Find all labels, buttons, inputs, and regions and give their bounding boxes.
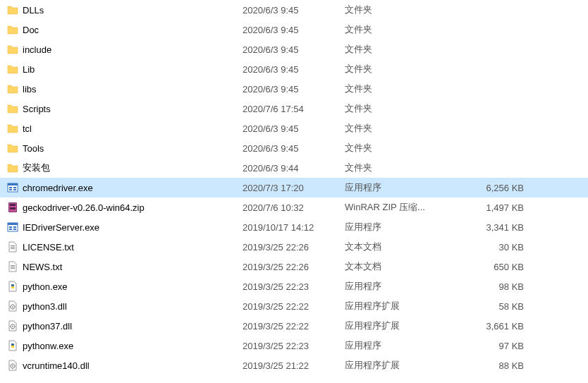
- file-type-cell: 应用程序: [345, 280, 465, 293]
- file-row[interactable]: python.exe2019/3/25 22:23应用程序98 KB: [0, 276, 588, 296]
- file-name-cell[interactable]: 安装包: [7, 162, 243, 174]
- file-name-label: pythonw.exe: [23, 341, 73, 351]
- file-name-cell[interactable]: vcruntime140.dll: [7, 360, 243, 371]
- file-date-cell: 2020/6/3 9:45: [243, 84, 345, 95]
- file-date-cell: 2019/3/25 22:22: [243, 301, 345, 312]
- file-row[interactable]: Tools2020/6/3 9:45文件夹: [0, 138, 588, 158]
- file-name-cell[interactable]: python3.dll: [7, 300, 243, 312]
- file-type-cell: 应用程序: [345, 181, 465, 194]
- file-row[interactable]: libs2020/6/3 9:45文件夹: [0, 79, 588, 99]
- svg-rect-16: [11, 245, 15, 246]
- folder-icon: [7, 103, 18, 114]
- file-name-cell[interactable]: NEWS.txt: [7, 261, 243, 272]
- svg-rect-1: [8, 183, 18, 186]
- file-size-cell: 58 KB: [465, 301, 535, 312]
- file-date-cell: 2020/6/3 9:45: [243, 25, 345, 35]
- file-name-cell[interactable]: chromedriver.exe: [7, 182, 243, 193]
- file-name-label: 安装包: [23, 162, 50, 174]
- file-row[interactable]: python37.dll2019/3/25 22:22应用程序扩展3,661 K…: [0, 316, 588, 336]
- file-name-label: vcruntime140.dll: [23, 360, 90, 371]
- file-date-cell: 2020/7/6 10:32: [243, 202, 345, 213]
- file-name-label: python37.dll: [23, 321, 72, 332]
- file-name-cell[interactable]: Scripts: [7, 103, 243, 114]
- file-type-cell: 文本文档: [345, 260, 465, 273]
- svg-rect-14: [9, 229, 12, 230]
- app-window-icon: [7, 182, 18, 193]
- file-name-cell[interactable]: LICENSE.txt: [7, 241, 243, 253]
- svg-rect-20: [11, 267, 15, 267]
- folder-icon: [7, 142, 18, 154]
- file-date-cell: 2019/3/25 22:22: [243, 321, 345, 332]
- file-name-cell[interactable]: python.exe: [7, 281, 243, 292]
- file-name-label: geckodriver-v0.26.0-win64.zip: [23, 202, 145, 213]
- file-row[interactable]: Scripts2020/7/6 17:54文件夹: [0, 99, 588, 118]
- python-file-icon: [7, 340, 18, 351]
- file-size-cell: 98 KB: [465, 281, 535, 292]
- file-name-label: tcl: [23, 123, 32, 134]
- file-row[interactable]: python3.dll2019/3/25 22:22应用程序扩展58 KB: [0, 296, 588, 316]
- file-row[interactable]: pythonw.exe2019/3/25 22:23应用程序97 KB: [0, 336, 588, 355]
- file-row[interactable]: Lib2020/6/3 9:45文件夹: [0, 59, 588, 79]
- file-name-cell[interactable]: tcl: [7, 123, 243, 134]
- file-type-cell: 文件夹: [345, 102, 465, 115]
- file-date-cell: 2020/6/3 9:45: [243, 143, 345, 154]
- file-size-cell: 1,497 KB: [465, 202, 535, 213]
- file-row[interactable]: include2020/6/3 9:45文件夹: [0, 39, 588, 59]
- file-row[interactable]: chromedriver.exe2020/7/3 17:20应用程序6,256 …: [0, 178, 588, 197]
- file-date-cell: 2019/3/25 22:23: [243, 281, 345, 292]
- file-date-cell: 2020/6/3 9:45: [243, 123, 345, 134]
- file-name-cell[interactable]: Tools: [7, 142, 243, 154]
- file-date-cell: 2020/7/3 17:20: [243, 183, 345, 193]
- file-row[interactable]: NEWS.txt2019/3/25 22:26文本文档650 KB: [0, 257, 588, 276]
- file-name-label: DLLs: [23, 5, 44, 16]
- dll-file-icon: [7, 320, 18, 332]
- file-name-cell[interactable]: include: [7, 44, 243, 55]
- file-name-label: python3.dll: [23, 301, 67, 312]
- file-type-cell: 文件夹: [345, 63, 465, 75]
- svg-rect-2: [9, 187, 12, 188]
- file-type-cell: 文件夹: [345, 43, 465, 56]
- folder-icon: [7, 4, 18, 16]
- file-name-cell[interactable]: Doc: [7, 24, 243, 35]
- file-name-label: Doc: [23, 25, 39, 35]
- file-date-cell: 2019/10/17 14:12: [243, 222, 345, 233]
- file-name-cell[interactable]: python37.dll: [7, 320, 243, 332]
- file-row[interactable]: tcl2020/6/3 9:45文件夹: [0, 118, 588, 138]
- file-date-cell: 2020/6/3 9:45: [243, 5, 345, 16]
- file-name-label: libs: [23, 84, 37, 95]
- svg-rect-19: [11, 265, 15, 266]
- app-window-icon: [7, 221, 18, 233]
- file-name-cell[interactable]: IEDriverServer.exe: [7, 221, 243, 233]
- text-file-icon: [7, 261, 18, 272]
- file-date-cell: 2020/6/3 9:45: [243, 44, 345, 55]
- file-row[interactable]: IEDriverServer.exe2019/10/17 14:12应用程序3,…: [0, 217, 588, 237]
- file-name-cell[interactable]: geckodriver-v0.26.0-win64.zip: [7, 202, 243, 213]
- file-size-cell: 650 KB: [465, 262, 535, 272]
- file-row[interactable]: LICENSE.txt2019/3/25 22:26文本文档30 KB: [0, 237, 588, 257]
- file-type-cell: WinRAR ZIP 压缩...: [345, 201, 465, 214]
- file-row[interactable]: geckodriver-v0.26.0-win64.zip2020/7/6 10…: [0, 197, 588, 217]
- svg-rect-21: [11, 268, 15, 269]
- svg-point-27: [12, 365, 13, 367]
- file-row[interactable]: 安装包2020/6/3 9:44文件夹: [0, 158, 588, 178]
- file-name-cell[interactable]: libs: [7, 83, 243, 95]
- file-date-cell: 2019/3/25 22:26: [243, 242, 345, 253]
- file-name-cell[interactable]: DLLs: [7, 4, 243, 16]
- file-type-cell: 应用程序: [345, 221, 465, 233]
- file-date-cell: 2020/6/3 9:45: [243, 64, 345, 75]
- file-date-cell: 2020/6/3 9:44: [243, 163, 345, 174]
- file-row[interactable]: Doc2020/6/3 9:45文件夹: [0, 20, 588, 39]
- svg-rect-13: [13, 226, 16, 228]
- file-name-cell[interactable]: Lib: [7, 63, 243, 75]
- svg-rect-5: [13, 189, 16, 190]
- svg-rect-17: [11, 247, 15, 248]
- file-row[interactable]: vcruntime140.dll2019/3/25 21:22应用程序扩展88 …: [0, 355, 588, 375]
- svg-rect-18: [11, 248, 15, 249]
- file-size-cell: 3,341 KB: [465, 222, 535, 233]
- python-file-icon: [7, 281, 18, 292]
- file-name-label: Lib: [23, 64, 35, 75]
- file-type-cell: 应用程序扩展: [345, 359, 465, 372]
- file-name-cell[interactable]: pythonw.exe: [7, 340, 243, 351]
- svg-point-25: [12, 326, 13, 327]
- file-row[interactable]: DLLs2020/6/3 9:45文件夹: [0, 0, 588, 20]
